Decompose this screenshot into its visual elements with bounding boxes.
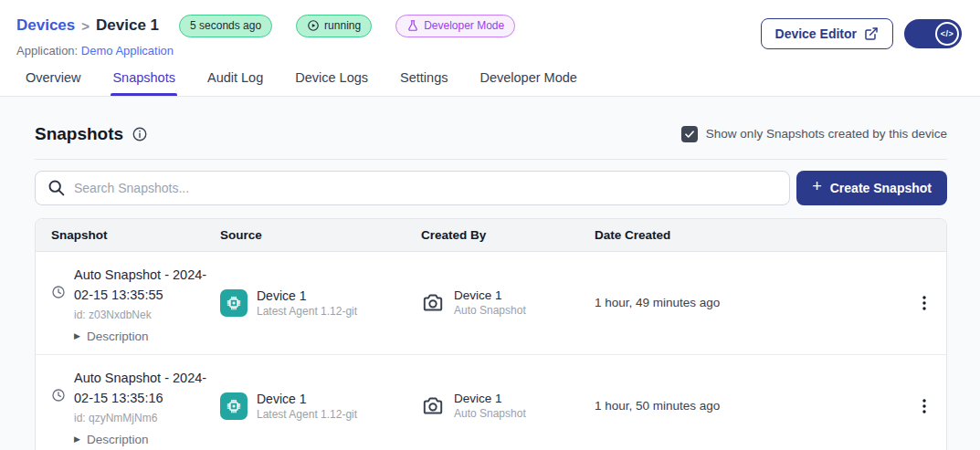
status-label: running xyxy=(324,18,361,34)
page-header: Devices > Device 1 5 seconds ago running… xyxy=(0,0,980,58)
row-menu-button[interactable] xyxy=(902,252,946,354)
status-badge: running xyxy=(296,15,372,37)
application-label: Application: xyxy=(16,44,78,58)
application-link[interactable]: Demo Application xyxy=(81,44,174,58)
developer-mode-label: Developer Mode xyxy=(424,18,504,34)
source-agent: Latest Agent 1.12-git xyxy=(257,305,357,318)
breadcrumb-device-name: Device 1 xyxy=(96,16,159,35)
kebab-icon xyxy=(917,295,932,311)
create-snapshot-label: Create Snapshot xyxy=(830,181,932,195)
application-line: Application: Demo Application xyxy=(16,44,515,58)
tab-bar: Overview Snapshots Audit Log Device Logs… xyxy=(0,58,980,97)
code-icon: </> xyxy=(935,22,959,46)
triangle-right-icon: ▶ xyxy=(74,434,80,444)
description-toggle[interactable]: ▶ Description xyxy=(74,433,220,446)
column-header-date-created: Date Created xyxy=(595,219,902,251)
column-header-actions xyxy=(902,219,946,251)
table-row: Auto Snapshot - 2024-02-15 13:35:16 id: … xyxy=(36,355,946,450)
tab-settings[interactable]: Settings xyxy=(400,70,448,96)
column-header-source: Source xyxy=(220,219,421,251)
search-icon xyxy=(47,178,66,197)
snapshot-title: Auto Snapshot - 2024-02-15 13:35:55 xyxy=(74,265,220,306)
developer-mode-badge: Developer Mode xyxy=(395,15,515,37)
page-title: Snapshots xyxy=(35,124,123,144)
column-header-snapshot: Snapshot xyxy=(36,219,220,251)
flask-icon xyxy=(406,19,419,32)
breadcrumb: Devices > Device 1 5 seconds ago running… xyxy=(16,15,515,37)
status-running-icon xyxy=(307,19,320,32)
camera-icon xyxy=(421,394,445,418)
table-row: Auto Snapshot - 2024-02-15 13:35:55 id: … xyxy=(36,252,946,355)
source-name: Device 1 xyxy=(257,392,357,406)
description-label: Description xyxy=(87,433,149,446)
triangle-right-icon: ▶ xyxy=(74,331,80,340)
date-created: 1 hour, 50 minutes ago xyxy=(595,399,902,413)
table-header-row: Snapshot Source Created By Date Created xyxy=(36,219,946,252)
device-filter: Show only Snapshots created by this devi… xyxy=(681,126,947,142)
tab-audit-log[interactable]: Audit Log xyxy=(207,70,263,96)
kebab-icon xyxy=(917,398,932,414)
camera-icon xyxy=(421,291,445,315)
created-by-sub: Auto Snapshot xyxy=(454,304,526,317)
breadcrumb-devices-link[interactable]: Devices xyxy=(16,16,75,35)
breadcrumb-separator: > xyxy=(81,18,90,34)
chip-icon xyxy=(220,392,248,420)
created-by-name: Device 1 xyxy=(454,288,526,302)
tab-device-logs[interactable]: Device Logs xyxy=(295,70,368,96)
developer-toggle[interactable]: </> xyxy=(904,19,962,48)
create-snapshot-button[interactable]: + Create Snapshot xyxy=(796,171,947,205)
source-name: Device 1 xyxy=(257,288,357,303)
clock-icon xyxy=(51,285,66,299)
row-menu-button[interactable] xyxy=(902,355,946,450)
date-created: 1 hour, 49 minutes ago xyxy=(595,296,902,309)
device-filter-label[interactable]: Show only Snapshots created by this devi… xyxy=(706,127,947,141)
device-filter-checkbox[interactable] xyxy=(681,126,698,142)
last-seen-badge: 5 seconds ago xyxy=(179,15,272,37)
created-by-sub: Auto Snapshot xyxy=(454,407,526,420)
search-input[interactable] xyxy=(35,171,790,205)
clock-icon xyxy=(51,388,66,403)
snapshot-id: id: qzyNmMjNm6 xyxy=(74,412,220,424)
source-agent: Latest Agent 1.12-git xyxy=(257,408,357,421)
snapshots-table: Snapshot Source Created By Date Created … xyxy=(35,218,947,450)
description-label: Description xyxy=(87,330,149,343)
info-icon[interactable] xyxy=(132,126,148,142)
plus-icon: + xyxy=(812,177,822,196)
created-by-name: Device 1 xyxy=(454,392,526,405)
chip-icon xyxy=(220,289,248,317)
device-editor-label: Device Editor xyxy=(775,26,857,41)
snapshot-id: id: z03NxdbNek xyxy=(74,309,220,321)
snapshots-panel: Snapshots Show only Snapshots created by… xyxy=(0,97,980,450)
device-editor-button[interactable]: Device Editor xyxy=(761,18,893,49)
column-header-created-by: Created By xyxy=(421,219,595,251)
snapshot-title: Auto Snapshot - 2024-02-15 13:35:16 xyxy=(74,368,220,409)
tab-overview[interactable]: Overview xyxy=(26,70,80,96)
check-icon xyxy=(684,129,695,140)
tab-developer-mode[interactable]: Developer Mode xyxy=(479,70,576,96)
description-toggle[interactable]: ▶ Description xyxy=(74,330,220,343)
last-seen-label: 5 seconds ago xyxy=(190,18,261,34)
external-link-icon xyxy=(864,26,879,41)
tab-snapshots[interactable]: Snapshots xyxy=(112,70,175,96)
